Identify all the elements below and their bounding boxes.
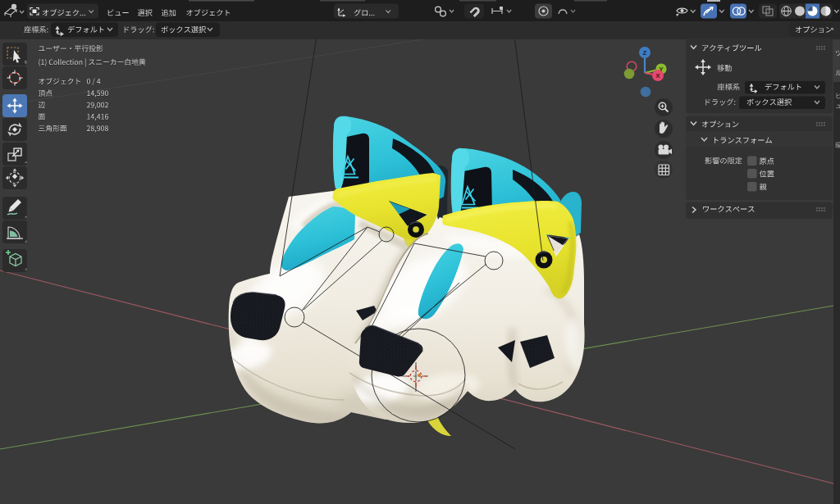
svg-text:X: X xyxy=(655,72,660,79)
svg-text:Z: Z xyxy=(643,49,647,57)
